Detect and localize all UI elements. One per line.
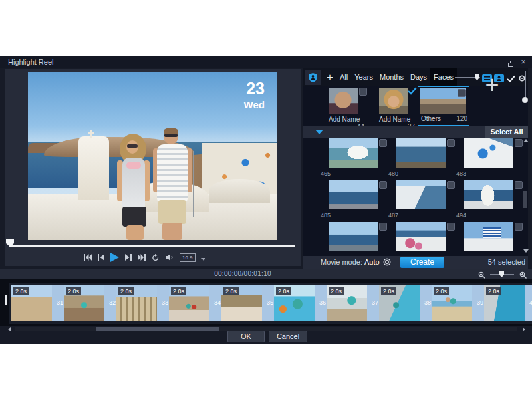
timeline-transition[interactable]: 37 [367,285,379,321]
grid-checkbox[interactable] [515,139,523,147]
face-checkbox[interactable] [458,89,466,97]
ok-button[interactable]: OK [227,331,265,342]
grid-checkbox[interactable] [379,223,387,231]
timeline-transition[interactable]: 35 [262,285,274,321]
face-checkbox[interactable] [359,88,367,96]
timeline-clip[interactable]: 2.0s [221,285,262,321]
grid-cell[interactable] [387,222,455,256]
timeline-clip[interactable]: 2.0s [64,285,104,321]
face-checked-icon[interactable] [408,86,417,98]
face-thumbnail[interactable] [379,88,408,114]
play-button[interactable] [110,253,119,262]
tab-years[interactable]: Years [351,68,376,86]
close-button[interactable]: × [519,58,528,66]
timeline-transition[interactable]: 33 [157,285,169,321]
grid-thumbnail[interactable] [396,222,446,251]
grid-scrollbar-thumb[interactable] [523,191,527,208]
face-tile-1[interactable]: Add Name44 [329,86,366,124]
grid-checkbox[interactable] [379,181,387,189]
timeline-transition[interactable]: 38 [420,285,432,321]
restore-window-button[interactable] [507,58,516,66]
aspect-dropdown-caret[interactable] [201,258,205,261]
timeline-scrollbar-thumb[interactable] [96,327,219,331]
timeline-playhead[interactable] [5,295,7,305]
timeline-zoom-handle[interactable] [499,271,504,277]
add-media-button[interactable]: + [324,71,336,84]
grid-thumbnail[interactable] [329,222,378,251]
grid-thumbnail[interactable] [396,180,446,209]
face-thumbnail[interactable] [329,88,358,114]
timeline-scrollbar[interactable] [15,327,517,331]
jump-end-button[interactable] [138,254,146,261]
timeline-transition[interactable]: 36 [315,285,327,321]
grid-scroll-down-icon[interactable] [523,249,529,253]
thumbnail-size-slider[interactable] [455,77,480,78]
grid-cell[interactable]: 483 [455,138,523,180]
grid-checkbox[interactable] [515,223,523,231]
grid-cell[interactable]: 480 [387,138,455,180]
volume-button[interactable] [166,254,174,261]
face-tile-2[interactable]: Add Name37 [379,86,416,124]
grid-cell[interactable] [455,222,523,256]
grid-thumbnail[interactable] [464,222,513,251]
video-preview[interactable]: 23 Wed [28,72,277,240]
grid-cell[interactable]: 494 [455,180,523,221]
face-name[interactable]: Others [421,115,441,122]
grid-checkbox[interactable] [515,181,523,189]
face-detection-icon[interactable] [305,70,321,85]
tab-days[interactable]: Days [407,68,430,86]
add-face-button[interactable]: + [480,72,504,99]
grid-cell[interactable]: 465 [319,138,387,180]
grid-checkbox[interactable] [447,223,455,231]
previous-frame-button[interactable] [98,254,104,261]
grid-checkbox[interactable] [447,181,455,189]
movie-mode-value[interactable]: Auto [364,258,380,266]
timeline-transition[interactable]: 39 [472,285,484,321]
timeline-zoom-slider[interactable] [490,274,514,275]
face-name[interactable]: Add Name [329,116,360,123]
timeline-scroll-left-icon[interactable] [8,327,11,331]
next-frame-button[interactable] [125,254,132,261]
tab-all[interactable]: All [336,68,351,86]
timeline-clip[interactable]: 2.0s [379,285,420,321]
timeline-clip[interactable]: 2.0s [169,285,209,321]
face-name[interactable]: Add Name [379,116,410,123]
select-all-button[interactable]: Select All [485,126,528,138]
cancel-button[interactable]: Cancel [269,331,307,342]
timeline-clip[interactable]: 2.0s [327,285,367,321]
create-button[interactable]: Create [400,257,444,268]
timeline-clip[interactable]: 2.0s [274,285,315,321]
timeline-clip[interactable]: 2.0s [432,285,472,321]
grid-cell[interactable]: 485 [319,180,387,221]
timeline-transition[interactable]: 32 [104,285,116,321]
thumbnail-size-slider-handle[interactable] [475,74,479,80]
grid-thumbnail[interactable] [464,180,513,209]
grid-thumbnail[interactable] [329,138,378,168]
collapse-group-icon[interactable] [315,130,323,134]
grid-thumbnail[interactable] [464,138,513,168]
grid-checkbox[interactable] [447,139,455,147]
jump-start-button[interactable] [84,254,92,261]
grid-cell[interactable]: 487 [387,180,455,221]
grid-thumbnail[interactable] [329,180,378,209]
face-tile-3[interactable]: Others120 [418,86,469,126]
timeline-scroll-right-icon[interactable] [523,327,525,331]
timeline-transition[interactable]: 31 [52,285,64,321]
timeline-transition[interactable]: 34 [209,285,221,321]
timeline-clip[interactable]: 2.0s [116,285,157,321]
tab-faces[interactable]: Faces [430,68,457,86]
grid-checkbox[interactable] [379,139,387,147]
grid-cell[interactable] [319,222,387,256]
grid-thumbnail[interactable] [396,138,446,168]
tab-months[interactable]: Months [376,68,407,86]
apply-check-icon[interactable] [507,73,515,85]
loop-button[interactable] [152,254,160,261]
faces-scrollbar-knob[interactable] [522,97,528,103]
aspect-ratio-button[interactable]: 16:9 [180,253,196,262]
timeline-clip[interactable]: 2.0s [11,285,52,321]
movie-mode-gear-icon[interactable] [383,258,391,267]
timeline-clip[interactable]: 2.0s [484,285,525,321]
seek-bar[interactable] [9,245,295,247]
timeline-transition[interactable]: 40 [525,285,532,321]
grid-scroll-up-icon[interactable] [523,139,529,142]
